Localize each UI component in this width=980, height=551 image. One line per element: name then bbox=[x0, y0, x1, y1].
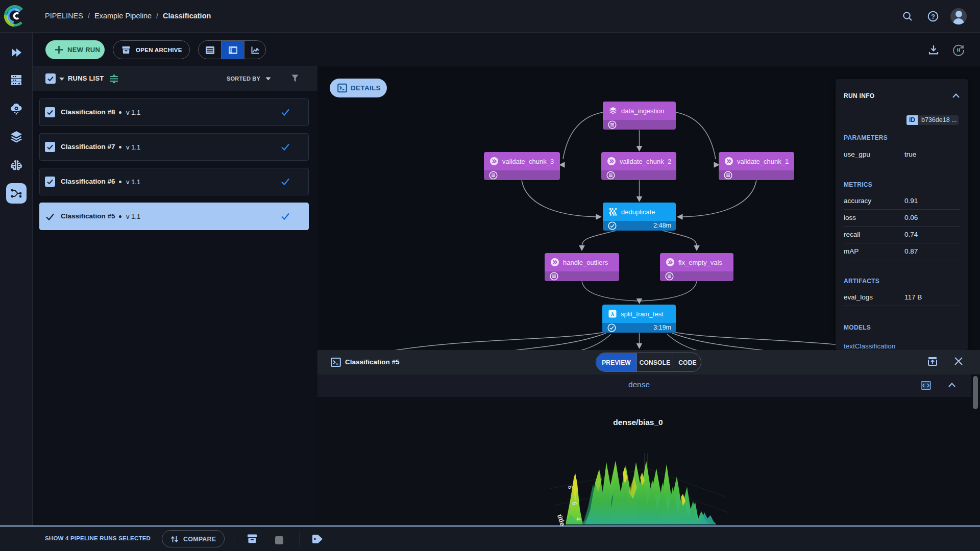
svg-text:?: ? bbox=[931, 13, 935, 20]
svg-text:λ: λ bbox=[611, 311, 614, 317]
